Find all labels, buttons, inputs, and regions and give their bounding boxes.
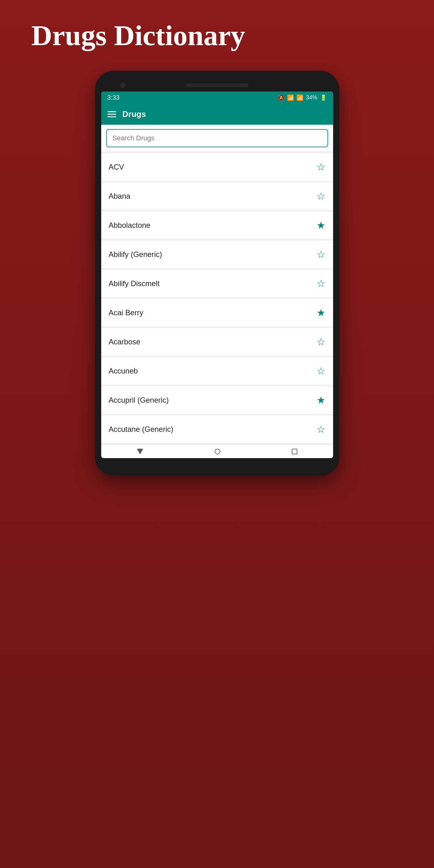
- drug-list-item[interactable]: Accupril (Generic)★: [101, 386, 333, 414]
- status-time: 3:33: [107, 94, 120, 101]
- favorite-star-icon[interactable]: ☆: [316, 337, 326, 347]
- battery-icon: 🔋: [320, 94, 327, 101]
- drug-list-item[interactable]: Acarbose☆: [101, 328, 333, 356]
- favorite-star-icon[interactable]: ☆: [316, 279, 326, 288]
- nav-home-button[interactable]: [215, 449, 220, 454]
- bottom-nav-bar: [101, 445, 333, 458]
- phone-notch-area: [101, 80, 333, 92]
- drug-name-label: Abbolactone: [109, 221, 150, 230]
- status-bar: 3:33 🔕 📶 📶 34% 🔋: [101, 92, 333, 104]
- hamburger-menu-button[interactable]: [107, 111, 116, 117]
- drug-list-item[interactable]: Accuneb☆: [101, 357, 333, 385]
- drug-list-item[interactable]: ACV☆: [101, 153, 333, 181]
- signal-icon: 📶: [297, 94, 303, 101]
- drug-list-item[interactable]: Abbolactone★: [101, 212, 333, 239]
- app-bar: Drugs: [101, 104, 333, 125]
- drug-name-label: Accutane (Generic): [109, 425, 174, 434]
- search-input[interactable]: [106, 129, 328, 147]
- favorite-star-icon[interactable]: ☆: [316, 249, 326, 259]
- drug-list-item[interactable]: Accutane (Generic)☆: [101, 415, 333, 443]
- drug-name-label: Acai Berry: [109, 308, 144, 317]
- drug-name-label: Accupril (Generic): [109, 396, 169, 405]
- hamburger-line-3: [107, 116, 116, 117]
- phone-speaker: [186, 83, 248, 87]
- hamburger-line-1: [107, 111, 116, 112]
- search-container: [101, 125, 333, 152]
- drug-list-item[interactable]: Acai Berry★: [101, 299, 333, 327]
- drug-list: ACV☆Abana☆Abbolactone★Abilify (Generic)☆…: [101, 152, 333, 445]
- favorite-star-icon[interactable]: ☆: [316, 424, 326, 434]
- drug-list-item[interactable]: Abilify Discmelt☆: [101, 270, 333, 298]
- drug-name-label: Abilify Discmelt: [109, 279, 160, 288]
- drug-name-label: Accuneb: [109, 367, 138, 375]
- favorite-star-icon[interactable]: ★: [316, 220, 326, 230]
- phone-wrapper: 3:33 🔕 📶 📶 34% 🔋 Drugs ACV☆Abana☆Abb: [95, 71, 339, 476]
- drug-list-item[interactable]: Abilify (Generic)☆: [101, 241, 333, 269]
- nav-back-button[interactable]: [137, 449, 143, 454]
- phone-screen: 3:33 🔕 📶 📶 34% 🔋 Drugs ACV☆Abana☆Abb: [101, 92, 333, 458]
- favorite-star-icon[interactable]: ★: [316, 395, 326, 405]
- drug-name-label: ACV: [109, 163, 124, 172]
- drug-name-label: Acarbose: [109, 338, 141, 346]
- favorite-star-icon[interactable]: ☆: [316, 162, 326, 172]
- favorite-star-icon[interactable]: ☆: [316, 191, 326, 201]
- page-title-heading: Drugs Dictionary: [31, 19, 245, 52]
- wifi-icon: 📶: [287, 94, 294, 101]
- mute-icon: 🔕: [278, 94, 284, 101]
- drug-list-item[interactable]: Abana☆: [101, 182, 333, 210]
- battery-text: 34%: [306, 94, 317, 101]
- drug-name-label: Abana: [109, 192, 130, 200]
- nav-recents-button[interactable]: [292, 449, 298, 454]
- phone-camera: [120, 83, 126, 88]
- phone-bottom-area: [101, 458, 333, 466]
- favorite-star-icon[interactable]: ★: [316, 308, 326, 318]
- app-bar-title: Drugs: [123, 110, 146, 119]
- status-icons: 🔕 📶 📶 34% 🔋: [278, 94, 327, 101]
- drug-name-label: Abilify (Generic): [109, 250, 162, 259]
- favorite-star-icon[interactable]: ☆: [316, 366, 326, 376]
- hamburger-line-2: [107, 114, 116, 115]
